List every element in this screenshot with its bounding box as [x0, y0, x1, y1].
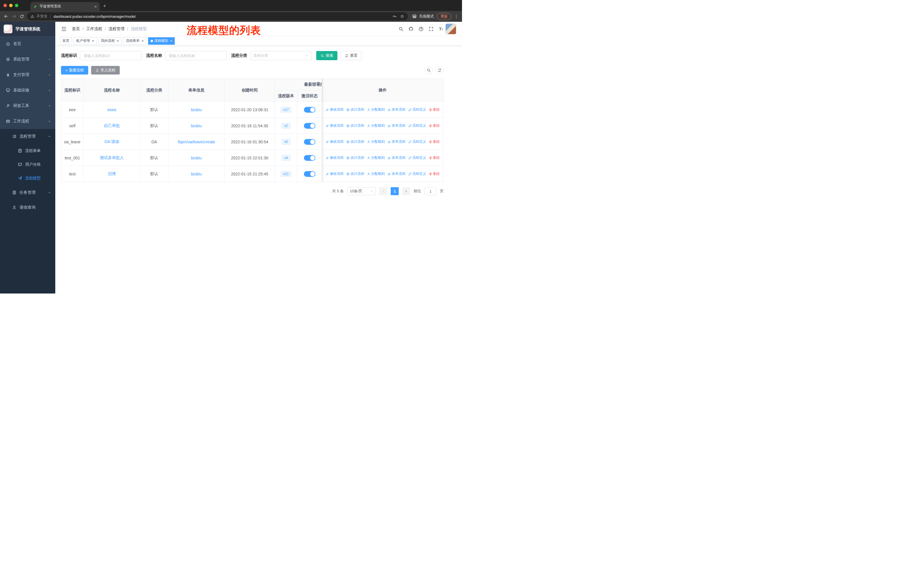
search-button[interactable]: 搜索: [316, 51, 337, 60]
action-publish[interactable]: 发布流程: [388, 123, 406, 128]
sidebar-item-8[interactable]: 用户分组: [0, 158, 55, 171]
process-name-link[interactable]: 滔博: [108, 171, 116, 176]
action-design[interactable]: 设计流程: [346, 155, 364, 160]
close-icon[interactable]: ×: [117, 39, 119, 43]
font-size-icon[interactable]: TT: [439, 26, 444, 31]
action-definition[interactable]: 流程定义: [408, 171, 426, 176]
action-publish[interactable]: 发布流程: [388, 107, 406, 112]
form-link[interactable]: biubiu: [191, 107, 201, 112]
sidebar-item-5[interactable]: 工作流程: [0, 114, 55, 129]
form-link[interactable]: /bpm/oa/leave/create: [178, 140, 215, 144]
sidebar-item-0[interactable]: 首页: [0, 36, 55, 51]
form-link[interactable]: biubiu: [191, 124, 201, 128]
action-modify[interactable]: 修改流程: [326, 155, 344, 160]
action-publish[interactable]: 发布流程: [388, 155, 406, 160]
address-bar[interactable]: 不安全 dashboard.yudao.iocoder.cn/bpm/manag…: [27, 12, 408, 20]
view-tag-1[interactable]: 租户管理×: [74, 37, 97, 45]
process-name-link[interactable]: 测试多审批人: [100, 155, 124, 160]
browser-tab[interactable]: 芋道管理系统 ×: [30, 2, 100, 11]
process-category-select[interactable]: 流程分类: [250, 51, 312, 60]
process-key-input[interactable]: [80, 51, 142, 60]
process-name-input[interactable]: [165, 51, 226, 60]
activation-toggle[interactable]: [304, 155, 315, 161]
activation-toggle[interactable]: [304, 107, 315, 112]
action-design[interactable]: 设计流程: [346, 139, 364, 144]
form-link[interactable]: biubiu: [191, 172, 201, 176]
action-assign[interactable]: 分配规则: [367, 155, 385, 160]
create-process-button[interactable]: + 新建流程: [61, 66, 88, 74]
import-process-button[interactable]: 导入流程: [91, 66, 120, 74]
process-name-link[interactable]: 自己审批: [104, 123, 120, 128]
new-tab-button[interactable]: +: [103, 3, 106, 9]
minimize-window-button[interactable]: [9, 4, 13, 7]
sidebar-item-4[interactable]: 研发工具: [0, 98, 55, 114]
user-avatar[interactable]: [446, 23, 456, 35]
toggle-search-button[interactable]: [425, 66, 433, 74]
sidebar-item-2[interactable]: ¥支付管理: [0, 67, 55, 83]
action-definition[interactable]: 流程定义: [408, 107, 426, 112]
password-key-icon[interactable]: [393, 14, 397, 19]
action-definition[interactable]: 流程定义: [408, 155, 426, 160]
reload-icon[interactable]: [20, 14, 24, 19]
sidebar-item-9[interactable]: 流程模型: [0, 171, 55, 185]
reset-button[interactable]: 重置: [340, 51, 362, 60]
fullscreen-icon[interactable]: [429, 26, 434, 31]
activation-toggle[interactable]: [304, 171, 315, 177]
search-icon[interactable]: [398, 26, 404, 31]
action-definition[interactable]: 流程定义: [408, 139, 426, 144]
action-modify[interactable]: 修改流程: [326, 107, 344, 112]
sidebar-item-1[interactable]: 系统管理: [0, 51, 55, 67]
page-size-select[interactable]: 10条/页: [347, 187, 376, 195]
action-publish[interactable]: 发布流程: [388, 139, 406, 144]
help-icon[interactable]: [419, 26, 424, 31]
action-delete[interactable]: 删除: [429, 123, 440, 128]
back-icon[interactable]: [3, 14, 8, 19]
breadcrumb-item-1[interactable]: 工作流程: [86, 26, 102, 31]
sidebar-collapse-icon[interactable]: [61, 26, 67, 32]
breadcrumb-item-0[interactable]: 首页: [72, 26, 80, 31]
update-button[interactable]: 更新: [437, 13, 451, 20]
process-name-link[interactable]: OA 请假: [104, 139, 119, 144]
next-page-button[interactable]: [402, 187, 410, 195]
action-design[interactable]: 设计流程: [346, 107, 364, 112]
maximize-window-button[interactable]: [15, 4, 18, 7]
page-number-1[interactable]: 1: [391, 187, 399, 195]
forward-icon[interactable]: [12, 14, 16, 19]
action-assign[interactable]: 分配规则: [367, 171, 385, 176]
sidebar-item-7[interactable]: 流程表单: [0, 144, 55, 158]
action-design[interactable]: 设计流程: [346, 171, 364, 176]
action-assign[interactable]: 分配规则: [367, 139, 385, 144]
sidebar-item-6[interactable]: 流程管理: [0, 129, 55, 144]
action-publish[interactable]: 发布流程: [388, 171, 406, 176]
activation-toggle[interactable]: [304, 123, 315, 129]
action-assign[interactable]: 分配规则: [367, 107, 385, 112]
close-window-button[interactable]: [3, 4, 7, 7]
view-tag-2[interactable]: 我的流程×: [99, 37, 122, 45]
browser-menu-icon[interactable]: ⋮: [454, 14, 459, 19]
activation-toggle[interactable]: [304, 139, 315, 145]
action-definition[interactable]: 流程定义: [408, 123, 426, 128]
action-delete[interactable]: 删除: [429, 107, 440, 112]
action-assign[interactable]: 分配规则: [367, 123, 385, 128]
action-modify[interactable]: 修改流程: [326, 171, 344, 176]
sidebar-item-11[interactable]: 请假查询: [0, 200, 55, 215]
view-tag-4[interactable]: 流程模型×: [148, 37, 175, 45]
view-tag-0[interactable]: 首页: [60, 37, 72, 45]
close-icon[interactable]: ×: [92, 39, 94, 43]
goto-page-input[interactable]: [424, 187, 437, 195]
refresh-table-button[interactable]: [436, 66, 444, 74]
view-tag-3[interactable]: 流程表单×: [123, 37, 146, 45]
tab-close-icon[interactable]: ×: [94, 4, 97, 9]
close-icon[interactable]: ×: [170, 39, 172, 43]
action-modify[interactable]: 修改流程: [326, 139, 344, 144]
prev-page-button[interactable]: [379, 187, 387, 195]
process-name-link[interactable]: eeee: [107, 107, 116, 112]
action-design[interactable]: 设计流程: [346, 123, 364, 128]
action-delete[interactable]: 删除: [429, 171, 440, 176]
sidebar-item-3[interactable]: 基础设施: [0, 83, 55, 98]
form-link[interactable]: biubiu: [191, 155, 201, 160]
action-delete[interactable]: 删除: [429, 155, 440, 160]
breadcrumb-item-2[interactable]: 流程管理: [109, 26, 125, 31]
action-delete[interactable]: 删除: [429, 139, 440, 144]
action-modify[interactable]: 修改流程: [326, 123, 344, 128]
